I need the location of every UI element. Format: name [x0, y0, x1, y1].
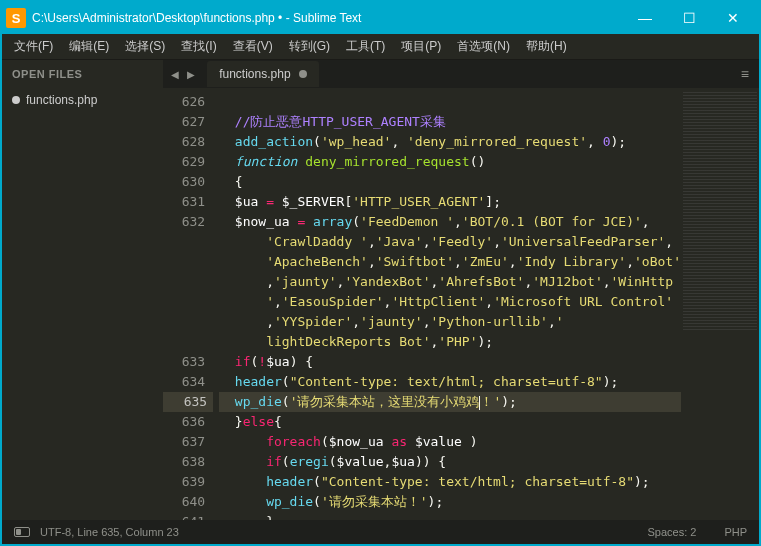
titlebar[interactable]: S C:\Users\Administrator\Desktop\functio…	[2, 2, 759, 34]
editor-area: ◀ ▶ functions.php ≡ 62662762862963063163…	[163, 60, 759, 520]
dirty-indicator-icon	[299, 70, 307, 78]
menu-item[interactable]: 转到(G)	[281, 35, 338, 58]
tab-menu-icon[interactable]: ≡	[731, 66, 759, 82]
menu-item[interactable]: 查找(I)	[173, 35, 224, 58]
menu-item[interactable]: 文件(F)	[6, 35, 61, 58]
status-bar: UTF-8, Line 635, Column 23 Spaces: 2 PHP	[2, 520, 759, 544]
menu-item[interactable]: 帮助(H)	[518, 35, 575, 58]
status-syntax[interactable]: PHP	[724, 526, 747, 538]
sidebar-file-item[interactable]: functions.php	[2, 88, 163, 112]
file-tab[interactable]: functions.php	[207, 61, 318, 87]
menu-item[interactable]: 查看(V)	[225, 35, 281, 58]
maximize-button[interactable]: ☐	[667, 3, 711, 33]
menu-item[interactable]: 首选项(N)	[449, 35, 518, 58]
tab-label: functions.php	[219, 67, 290, 81]
status-toggle-icon[interactable]	[14, 527, 30, 537]
tab-next-button[interactable]: ▶	[185, 67, 197, 82]
code-area[interactable]: //防止恶意HTTP_USER_AGENT采集 add_action('wp_h…	[213, 88, 681, 520]
status-encoding[interactable]: UTF-8, Line 635, Column 23	[40, 526, 179, 538]
menu-item[interactable]: 项目(P)	[393, 35, 449, 58]
line-gutter[interactable]: 626627628629630631632 633634635636637638…	[163, 88, 213, 520]
menu-item[interactable]: 选择(S)	[117, 35, 173, 58]
sidebar: OPEN FILES functions.php	[2, 60, 163, 520]
menu-item[interactable]: 编辑(E)	[61, 35, 117, 58]
editor-content[interactable]: 626627628629630631632 633634635636637638…	[163, 88, 759, 520]
window-title: C:\Users\Administrator\Desktop\functions…	[32, 11, 623, 25]
tab-bar: ◀ ▶ functions.php ≡	[163, 60, 759, 88]
menu-item[interactable]: 工具(T)	[338, 35, 393, 58]
dirty-indicator-icon	[12, 96, 20, 104]
menu-bar: 文件(F)编辑(E)选择(S)查找(I)查看(V)转到(G)工具(T)项目(P)…	[2, 34, 759, 60]
minimize-button[interactable]: —	[623, 3, 667, 33]
sidebar-header: OPEN FILES	[2, 60, 163, 88]
close-button[interactable]: ✕	[711, 3, 755, 33]
status-spaces[interactable]: Spaces: 2	[647, 526, 696, 538]
sidebar-file-label: functions.php	[26, 93, 97, 107]
window-controls: — ☐ ✕	[623, 3, 755, 33]
tab-prev-button[interactable]: ◀	[169, 67, 181, 82]
minimap[interactable]	[681, 88, 759, 520]
app-icon: S	[6, 8, 26, 28]
app-window: S C:\Users\Administrator\Desktop\functio…	[0, 0, 761, 546]
